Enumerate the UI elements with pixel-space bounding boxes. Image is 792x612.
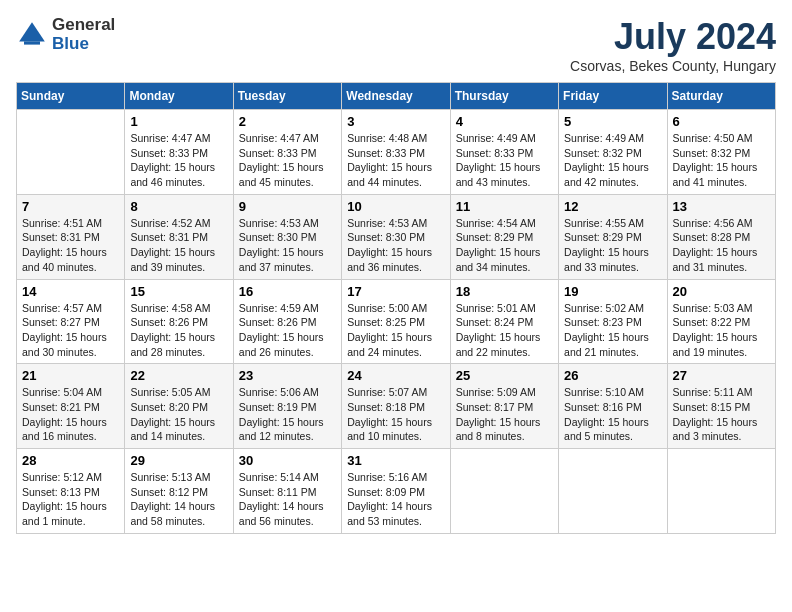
day-info: Sunrise: 5:06 AM Sunset: 8:19 PM Dayligh… (239, 385, 336, 444)
calendar-cell: 4Sunrise: 4:49 AM Sunset: 8:33 PM Daylig… (450, 110, 558, 195)
day-number: 10 (347, 199, 444, 214)
day-info: Sunrise: 4:50 AM Sunset: 8:32 PM Dayligh… (673, 131, 770, 190)
day-info: Sunrise: 5:02 AM Sunset: 8:23 PM Dayligh… (564, 301, 661, 360)
day-info: Sunrise: 5:07 AM Sunset: 8:18 PM Dayligh… (347, 385, 444, 444)
page-header: General Blue July 2024 Csorvas, Bekes Co… (16, 16, 776, 74)
day-info: Sunrise: 4:48 AM Sunset: 8:33 PM Dayligh… (347, 131, 444, 190)
day-number: 1 (130, 114, 227, 129)
day-number: 2 (239, 114, 336, 129)
calendar-cell: 3Sunrise: 4:48 AM Sunset: 8:33 PM Daylig… (342, 110, 450, 195)
day-info: Sunrise: 5:03 AM Sunset: 8:22 PM Dayligh… (673, 301, 770, 360)
day-number: 23 (239, 368, 336, 383)
day-info: Sunrise: 4:47 AM Sunset: 8:33 PM Dayligh… (130, 131, 227, 190)
calendar-cell: 18Sunrise: 5:01 AM Sunset: 8:24 PM Dayli… (450, 279, 558, 364)
calendar-week-row: 7Sunrise: 4:51 AM Sunset: 8:31 PM Daylig… (17, 194, 776, 279)
calendar-cell: 27Sunrise: 5:11 AM Sunset: 8:15 PM Dayli… (667, 364, 775, 449)
day-info: Sunrise: 4:52 AM Sunset: 8:31 PM Dayligh… (130, 216, 227, 275)
day-number: 21 (22, 368, 119, 383)
calendar-cell: 7Sunrise: 4:51 AM Sunset: 8:31 PM Daylig… (17, 194, 125, 279)
calendar-header-wednesday: Wednesday (342, 83, 450, 110)
calendar-cell: 15Sunrise: 4:58 AM Sunset: 8:26 PM Dayli… (125, 279, 233, 364)
title-block: July 2024 Csorvas, Bekes County, Hungary (570, 16, 776, 74)
calendar-week-row: 21Sunrise: 5:04 AM Sunset: 8:21 PM Dayli… (17, 364, 776, 449)
day-info: Sunrise: 5:12 AM Sunset: 8:13 PM Dayligh… (22, 470, 119, 529)
day-number: 8 (130, 199, 227, 214)
calendar-cell: 23Sunrise: 5:06 AM Sunset: 8:19 PM Dayli… (233, 364, 341, 449)
calendar-cell: 19Sunrise: 5:02 AM Sunset: 8:23 PM Dayli… (559, 279, 667, 364)
calendar-cell: 8Sunrise: 4:52 AM Sunset: 8:31 PM Daylig… (125, 194, 233, 279)
day-info: Sunrise: 4:56 AM Sunset: 8:28 PM Dayligh… (673, 216, 770, 275)
calendar-week-row: 28Sunrise: 5:12 AM Sunset: 8:13 PM Dayli… (17, 449, 776, 534)
calendar-cell (667, 449, 775, 534)
day-info: Sunrise: 5:16 AM Sunset: 8:09 PM Dayligh… (347, 470, 444, 529)
calendar-header-friday: Friday (559, 83, 667, 110)
calendar-cell: 30Sunrise: 5:14 AM Sunset: 8:11 PM Dayli… (233, 449, 341, 534)
calendar-cell: 28Sunrise: 5:12 AM Sunset: 8:13 PM Dayli… (17, 449, 125, 534)
day-number: 25 (456, 368, 553, 383)
calendar-header-saturday: Saturday (667, 83, 775, 110)
calendar-table: SundayMondayTuesdayWednesdayThursdayFrid… (16, 82, 776, 534)
calendar-cell: 10Sunrise: 4:53 AM Sunset: 8:30 PM Dayli… (342, 194, 450, 279)
day-info: Sunrise: 5:10 AM Sunset: 8:16 PM Dayligh… (564, 385, 661, 444)
svg-marker-0 (19, 22, 45, 41)
day-info: Sunrise: 5:14 AM Sunset: 8:11 PM Dayligh… (239, 470, 336, 529)
calendar-cell: 9Sunrise: 4:53 AM Sunset: 8:30 PM Daylig… (233, 194, 341, 279)
day-info: Sunrise: 4:53 AM Sunset: 8:30 PM Dayligh… (347, 216, 444, 275)
calendar-cell (559, 449, 667, 534)
day-number: 18 (456, 284, 553, 299)
day-number: 12 (564, 199, 661, 214)
day-info: Sunrise: 5:13 AM Sunset: 8:12 PM Dayligh… (130, 470, 227, 529)
day-number: 28 (22, 453, 119, 468)
day-info: Sunrise: 5:09 AM Sunset: 8:17 PM Dayligh… (456, 385, 553, 444)
calendar-header-tuesday: Tuesday (233, 83, 341, 110)
day-number: 11 (456, 199, 553, 214)
logo-text: General Blue (52, 16, 115, 53)
day-info: Sunrise: 4:53 AM Sunset: 8:30 PM Dayligh… (239, 216, 336, 275)
calendar-cell: 13Sunrise: 4:56 AM Sunset: 8:28 PM Dayli… (667, 194, 775, 279)
calendar-cell: 20Sunrise: 5:03 AM Sunset: 8:22 PM Dayli… (667, 279, 775, 364)
day-info: Sunrise: 4:58 AM Sunset: 8:26 PM Dayligh… (130, 301, 227, 360)
day-info: Sunrise: 5:05 AM Sunset: 8:20 PM Dayligh… (130, 385, 227, 444)
calendar-cell: 24Sunrise: 5:07 AM Sunset: 8:18 PM Dayli… (342, 364, 450, 449)
day-number: 14 (22, 284, 119, 299)
day-number: 6 (673, 114, 770, 129)
logo-blue: Blue (52, 35, 115, 54)
calendar-header-row: SundayMondayTuesdayWednesdayThursdayFrid… (17, 83, 776, 110)
day-info: Sunrise: 5:01 AM Sunset: 8:24 PM Dayligh… (456, 301, 553, 360)
day-number: 20 (673, 284, 770, 299)
calendar-cell: 12Sunrise: 4:55 AM Sunset: 8:29 PM Dayli… (559, 194, 667, 279)
calendar-cell: 22Sunrise: 5:05 AM Sunset: 8:20 PM Dayli… (125, 364, 233, 449)
day-info: Sunrise: 4:51 AM Sunset: 8:31 PM Dayligh… (22, 216, 119, 275)
calendar-cell: 6Sunrise: 4:50 AM Sunset: 8:32 PM Daylig… (667, 110, 775, 195)
calendar-cell (17, 110, 125, 195)
logo-icon (16, 19, 48, 51)
calendar-cell: 2Sunrise: 4:47 AM Sunset: 8:33 PM Daylig… (233, 110, 341, 195)
day-number: 22 (130, 368, 227, 383)
calendar-cell: 16Sunrise: 4:59 AM Sunset: 8:26 PM Dayli… (233, 279, 341, 364)
day-info: Sunrise: 4:49 AM Sunset: 8:33 PM Dayligh… (456, 131, 553, 190)
day-info: Sunrise: 4:59 AM Sunset: 8:26 PM Dayligh… (239, 301, 336, 360)
day-info: Sunrise: 4:49 AM Sunset: 8:32 PM Dayligh… (564, 131, 661, 190)
day-info: Sunrise: 4:54 AM Sunset: 8:29 PM Dayligh… (456, 216, 553, 275)
calendar-cell: 29Sunrise: 5:13 AM Sunset: 8:12 PM Dayli… (125, 449, 233, 534)
day-number: 13 (673, 199, 770, 214)
calendar-cell (450, 449, 558, 534)
day-number: 27 (673, 368, 770, 383)
calendar-week-row: 14Sunrise: 4:57 AM Sunset: 8:27 PM Dayli… (17, 279, 776, 364)
day-info: Sunrise: 4:55 AM Sunset: 8:29 PM Dayligh… (564, 216, 661, 275)
day-number: 24 (347, 368, 444, 383)
calendar-cell: 26Sunrise: 5:10 AM Sunset: 8:16 PM Dayli… (559, 364, 667, 449)
calendar-cell: 14Sunrise: 4:57 AM Sunset: 8:27 PM Dayli… (17, 279, 125, 364)
month-title: July 2024 (570, 16, 776, 58)
calendar-header-sunday: Sunday (17, 83, 125, 110)
day-number: 31 (347, 453, 444, 468)
day-number: 17 (347, 284, 444, 299)
logo-general: General (52, 16, 115, 35)
day-number: 5 (564, 114, 661, 129)
day-number: 16 (239, 284, 336, 299)
calendar-cell: 25Sunrise: 5:09 AM Sunset: 8:17 PM Dayli… (450, 364, 558, 449)
day-number: 4 (456, 114, 553, 129)
day-number: 19 (564, 284, 661, 299)
day-info: Sunrise: 4:47 AM Sunset: 8:33 PM Dayligh… (239, 131, 336, 190)
calendar-cell: 17Sunrise: 5:00 AM Sunset: 8:25 PM Dayli… (342, 279, 450, 364)
